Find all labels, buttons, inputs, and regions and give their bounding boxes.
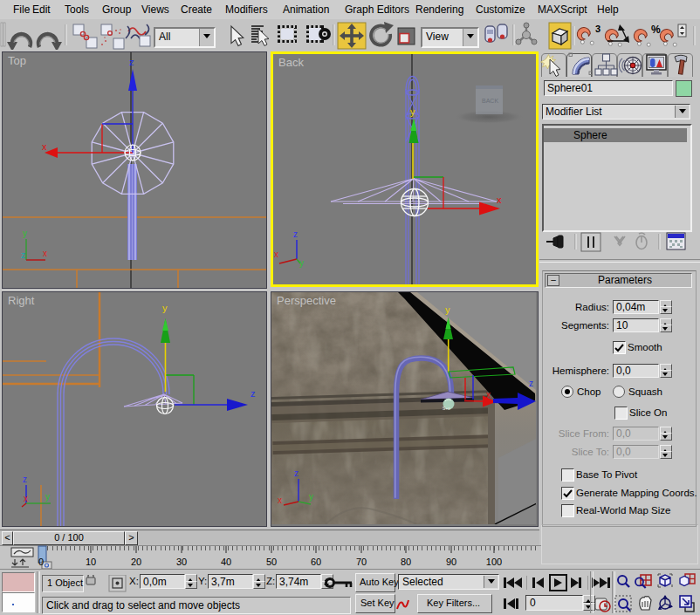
svg-text:S+x: S+x: [443, 406, 450, 411]
svg-text:z: z: [23, 475, 27, 484]
svg-text:y: y: [23, 229, 27, 238]
svg-text:x: x: [497, 195, 502, 205]
svg-text:100: 100: [486, 557, 502, 567]
svg-text:z: z: [129, 57, 134, 67]
svg-text:z: z: [294, 468, 299, 478]
svg-text:y: y: [45, 492, 50, 502]
svg-text:%: %: [651, 24, 661, 36]
svg-text:0: 0: [38, 557, 44, 567]
svg-text:60: 60: [311, 557, 321, 567]
svg-text:x: x: [274, 249, 278, 259]
svg-text:90: 90: [446, 557, 456, 567]
svg-text:50: 50: [266, 557, 277, 567]
svg-text:y: y: [162, 303, 168, 313]
svg-text:y: y: [299, 258, 304, 268]
svg-text:y: y: [410, 106, 415, 117]
svg-text:z: z: [21, 250, 25, 260]
svg-text:x: x: [24, 494, 28, 503]
svg-text:z: z: [293, 229, 298, 239]
svg-text:70: 70: [356, 557, 367, 567]
svg-text:y: y: [445, 304, 450, 315]
svg-text:x: x: [278, 495, 282, 505]
svg-text:20: 20: [131, 557, 141, 567]
svg-text:x: x: [43, 249, 47, 258]
svg-text:3: 3: [595, 24, 600, 34]
svg-text:y: y: [309, 492, 313, 502]
svg-text:x: x: [486, 390, 491, 400]
svg-text:x: x: [42, 141, 47, 152]
svg-text:z: z: [529, 379, 533, 388]
svg-text:80: 80: [401, 557, 411, 567]
svg-text:40: 40: [221, 557, 231, 567]
svg-text:z: z: [250, 388, 256, 399]
svg-text:30: 30: [176, 557, 187, 567]
svg-text:BACK: BACK: [482, 98, 498, 104]
svg-text:10: 10: [86, 557, 96, 567]
